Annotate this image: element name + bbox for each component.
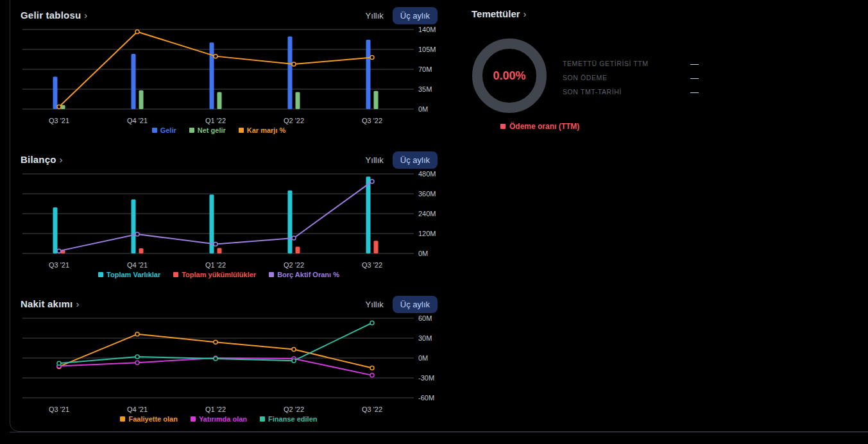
point-Borç Aktif Oranı %[interactable] xyxy=(57,249,61,253)
bar-Gelir[interactable] xyxy=(210,42,214,109)
legend-swatch xyxy=(191,416,196,422)
point-Finanse edilen[interactable] xyxy=(214,357,217,361)
x-axis-label: Q3 '22 xyxy=(362,117,382,124)
period-toggle: Yıllık Üç aylık xyxy=(366,151,438,169)
section-title-dividends[interactable]: Temettüler› xyxy=(472,8,527,19)
chevron-right-icon: › xyxy=(84,10,87,21)
x-axis-label: Q3 '21 xyxy=(49,261,69,269)
bar-Gelir[interactable] xyxy=(132,54,136,109)
bar-Toplam yükümlülükler[interactable] xyxy=(217,248,222,253)
y-axis-label: -60M xyxy=(418,394,434,402)
y-axis-label: 0M xyxy=(418,250,428,257)
bar-Toplam Varlıklar[interactable] xyxy=(366,176,371,253)
legend-label: Net gelir xyxy=(198,126,226,134)
point-Faaliyette olan[interactable] xyxy=(370,366,374,370)
point-Borç Aktif Oranı %[interactable] xyxy=(135,232,139,236)
dividend-stats: TEMETTÜ GETİRİSİ TTM — SON ÖDEME — SON T… xyxy=(563,56,699,99)
chart-svg: 0M120M240M360M480MQ3 '21Q4 '21Q1 '22Q2 '… xyxy=(22,170,446,271)
y-axis-label: 70M xyxy=(418,65,432,73)
y-axis-label: 105M xyxy=(418,46,436,53)
line-Faaliyette olan[interactable] xyxy=(59,334,372,368)
point-Faaliyette olan[interactable] xyxy=(214,340,217,344)
point-Kar marjı %[interactable] xyxy=(57,105,61,108)
bar-Net gelir[interactable] xyxy=(217,92,222,109)
annual-toggle[interactable]: Yıllık xyxy=(366,300,384,309)
dividend-row: TEMETTÜ GETİRİSİ TTM — xyxy=(563,56,699,71)
cashflow-chart: -60M-30M0M30M60MQ3 '21Q4 '21Q1 '22Q2 '22… xyxy=(22,314,446,416)
section-title-text: Bilanço xyxy=(21,154,56,165)
bar-Gelir[interactable] xyxy=(53,77,58,109)
x-axis-label: Q2 '22 xyxy=(284,406,304,413)
legend-label: Yatırımda olan xyxy=(199,415,247,423)
bar-Toplam Varlıklar[interactable] xyxy=(132,200,136,253)
payout-percentage: 0.00% xyxy=(472,38,547,114)
section-title-income[interactable]: Gelir tablosu› xyxy=(21,10,88,21)
dividend-row-label: SON TMT-TARİHİ xyxy=(563,88,622,96)
point-Yatırımda olan[interactable] xyxy=(370,373,374,377)
x-axis-label: Q4 '21 xyxy=(127,406,148,413)
y-axis-label: 120M xyxy=(418,230,436,237)
y-axis-label: -30M xyxy=(418,374,434,382)
legend-swatch xyxy=(269,272,274,277)
point-Kar marjı %[interactable] xyxy=(370,55,374,59)
point-Kar marjı %[interactable] xyxy=(135,30,139,34)
y-axis-label: 140M xyxy=(418,26,436,33)
point-Faaliyette olan[interactable] xyxy=(135,332,139,336)
dividend-row: SON TMT-TARİHİ — xyxy=(563,85,699,99)
section-title-balance[interactable]: Bilanço› xyxy=(21,154,63,165)
bar-Gelir[interactable] xyxy=(366,40,371,109)
legend-swatch xyxy=(173,272,178,277)
chart-legend: Faaliyette olanYatırımda olanFinanse edi… xyxy=(22,415,415,423)
legend-item: Net gelir xyxy=(189,126,226,134)
legend-label: Ödeme oranı (TTM) xyxy=(509,122,579,131)
point-Borç Aktif Oranı %[interactable] xyxy=(214,243,217,246)
bar-Toplam yükümlülükler[interactable] xyxy=(374,241,379,253)
chart-svg: 0M35M70M105M140MQ3 '21Q4 '21Q1 '22Q2 '22… xyxy=(22,26,446,127)
point-Borç Aktif Oranı %[interactable] xyxy=(292,236,296,240)
bar-Net gelir[interactable] xyxy=(374,91,379,109)
point-Finanse edilen[interactable] xyxy=(57,361,61,365)
dividend-row: SON ÖDEME — xyxy=(563,71,699,85)
y-axis-label: 480M xyxy=(418,170,436,178)
x-axis-label: Q2 '22 xyxy=(284,117,304,124)
bar-Toplam yükümlülükler[interactable] xyxy=(139,248,144,253)
legend-item: Toplam Varlıklar xyxy=(98,271,160,278)
bar-Net gelir[interactable] xyxy=(296,92,300,109)
point-Kar marjı %[interactable] xyxy=(214,55,217,58)
point-Borç Aktif Oranı %[interactable] xyxy=(370,180,374,184)
point-Finanse edilen[interactable] xyxy=(292,359,296,363)
dividend-row-value: — xyxy=(690,73,699,83)
section-title-cashflow[interactable]: Nakit akımı› xyxy=(21,298,80,309)
legend-item: Faaliyette olan xyxy=(120,415,177,423)
dividend-row-label: TEMETTÜ GETİRİSİ TTM xyxy=(563,60,649,67)
y-axis-label: 240M xyxy=(418,210,436,218)
annual-toggle[interactable]: Yıllık xyxy=(366,155,384,165)
annual-toggle[interactable]: Yıllık xyxy=(366,11,384,21)
quarterly-toggle[interactable]: Üç aylık xyxy=(393,296,438,313)
chevron-right-icon: › xyxy=(76,298,79,309)
point-Finanse edilen[interactable] xyxy=(370,321,374,325)
x-axis-label: Q3 '21 xyxy=(49,406,69,413)
legend-swatch xyxy=(152,128,157,133)
legend-item: Borç Aktif Oranı % xyxy=(269,271,339,278)
legend-item: Toplam yükümlülükler xyxy=(173,271,256,278)
chart-legend: Toplam VarlıklarToplam yükümlülüklerBorç… xyxy=(22,271,415,278)
bar-Toplam Varlıklar[interactable] xyxy=(288,191,293,253)
bar-Toplam Varlıklar[interactable] xyxy=(53,207,58,253)
bar-Net gelir[interactable] xyxy=(139,90,144,109)
bar-Toplam yükümlülükler[interactable] xyxy=(296,246,300,253)
quarterly-toggle[interactable]: Üç aylık xyxy=(393,7,438,24)
point-Kar marjı %[interactable] xyxy=(292,62,296,66)
bar-Gelir[interactable] xyxy=(288,37,293,109)
point-Faaliyette olan[interactable] xyxy=(292,348,296,352)
legend-swatch xyxy=(98,272,103,277)
section-balance-sheet: Bilanço› Yıllık Üç aylık 0M120M240M360M4… xyxy=(0,144,444,289)
chevron-right-icon: › xyxy=(523,8,527,19)
line-Borç Aktif Oranı %[interactable] xyxy=(59,182,372,252)
point-Yatırımda olan[interactable] xyxy=(135,361,139,364)
x-axis-label: Q3 '22 xyxy=(362,261,382,269)
charts-column: Gelir tablosu› Yıllık Üç aylık 0M35M70M1… xyxy=(0,0,444,434)
y-axis-label: 0M xyxy=(418,354,428,362)
quarterly-toggle[interactable]: Üç aylık xyxy=(393,151,438,169)
point-Finanse edilen[interactable] xyxy=(135,355,139,359)
